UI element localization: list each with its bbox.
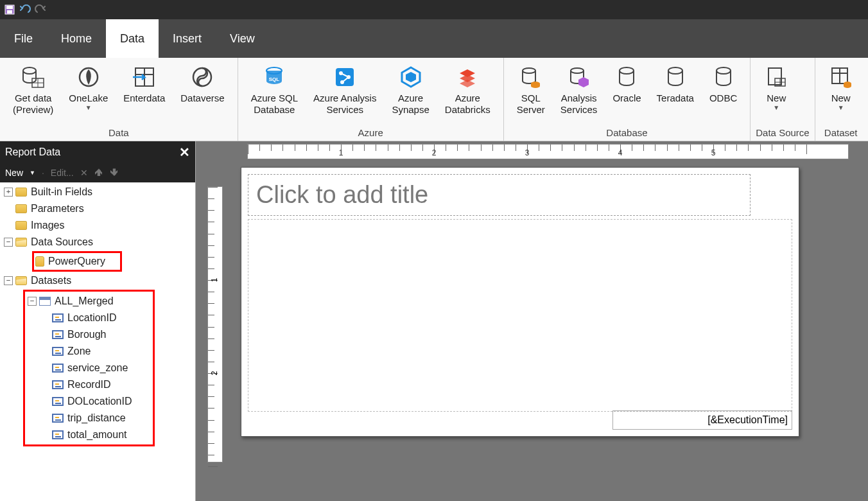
odbc-button[interactable]: ODBC: [702, 60, 745, 104]
tree-builtin-fields[interactable]: Built-in Fields: [31, 186, 92, 198]
azure-analysis-icon: [332, 64, 358, 90]
analysis-services-button[interactable]: Analysis Services: [553, 60, 605, 116]
chevron-down-icon: ▼: [30, 170, 35, 176]
database-icon: [663, 64, 688, 90]
tab-insert[interactable]: Insert: [159, 19, 216, 58]
azure-databricks-button[interactable]: Azure Databricks: [437, 60, 498, 116]
svg-rect-2: [7, 10, 12, 13]
new-dataset-icon: [828, 64, 854, 90]
new-datasource-icon: [763, 64, 789, 90]
ribbon-group-data-label: Data: [5, 126, 232, 141]
quick-access-toolbar: [0, 0, 868, 19]
azure-synapse-button[interactable]: Azure Synapse: [384, 60, 437, 116]
tab-file[interactable]: File: [0, 19, 47, 58]
close-panel-button[interactable]: ✕: [179, 145, 190, 160]
tree-field[interactable]: DOLocationID: [67, 396, 132, 407]
tree-powerquery[interactable]: PowerQuery: [48, 256, 105, 267]
chevron-down-icon: ▼: [838, 104, 844, 111]
ribbon: Get data (Preview) OneLake▼ Enterdata Da…: [0, 58, 868, 141]
azure-sql-button[interactable]: SQLAzure SQL Database: [243, 60, 306, 116]
svg-point-25: [716, 67, 731, 74]
report-title-placeholder[interactable]: Click to add title: [248, 174, 751, 216]
expand-toggle[interactable]: −: [28, 297, 37, 306]
tree-field[interactable]: total_amount: [67, 429, 127, 441]
tree-dataset-allmerged[interactable]: ALL_Merged: [55, 295, 114, 307]
svg-point-19: [523, 68, 535, 73]
tab-data[interactable]: Data: [106, 19, 159, 58]
teradata-button[interactable]: Teradata: [649, 60, 702, 104]
expand-toggle[interactable]: −: [4, 238, 13, 247]
field-icon: [52, 430, 64, 439]
horizontal-ruler[interactable]: 12345: [247, 144, 849, 159]
dataverse-icon: [189, 64, 215, 90]
field-icon: [52, 347, 64, 356]
svg-marker-22: [578, 77, 589, 87]
azure-analysis-button[interactable]: Azure Analysis Services: [306, 60, 384, 116]
redo-button[interactable]: [35, 4, 46, 15]
field-icon: [52, 330, 64, 339]
analysis-services-icon: [566, 64, 592, 90]
expand-toggle[interactable]: −: [4, 276, 13, 285]
new-dataset-button[interactable]: New▼: [820, 60, 862, 111]
get-data-button[interactable]: Get data (Preview): [5, 60, 61, 116]
azure-databricks-icon: [455, 64, 480, 90]
database-icon: [614, 64, 639, 90]
panel-edit-button[interactable]: Edit...: [51, 168, 74, 178]
svg-rect-1: [6, 6, 13, 9]
design-canvas-area: 12345 12 Click to add title [&ExecutionT…: [196, 141, 868, 501]
chevron-down-icon: ▼: [85, 104, 92, 111]
move-down-icon[interactable]: 🡻: [110, 168, 119, 178]
svg-text:SQL: SQL: [269, 76, 280, 82]
tree-datasources[interactable]: Data Sources: [31, 236, 93, 248]
ribbon-group-datasource-label: Data Source: [756, 126, 809, 141]
tree-field[interactable]: RecordID: [67, 379, 111, 391]
field-icon: [52, 414, 64, 423]
folder-icon: [15, 221, 27, 230]
undo-button[interactable]: [19, 4, 31, 15]
tree-field[interactable]: LocationID: [67, 312, 117, 324]
svg-point-24: [668, 67, 682, 74]
enter-data-icon: [132, 64, 157, 90]
onelake-button[interactable]: OneLake▼: [61, 60, 116, 111]
report-page[interactable]: Click to add title [&ExecutionTime]: [241, 167, 799, 437]
tab-view[interactable]: View: [216, 19, 269, 58]
sql-server-button[interactable]: SQL Server: [509, 60, 553, 116]
field-icon: [52, 380, 64, 389]
svg-point-21: [571, 68, 584, 73]
field-icon: [52, 397, 64, 406]
field-icon: [52, 313, 64, 322]
tab-home[interactable]: Home: [47, 19, 106, 58]
svg-rect-13: [336, 68, 354, 86]
new-datasource-button[interactable]: New▼: [756, 60, 797, 111]
expand-toggle[interactable]: +: [4, 188, 13, 197]
tree-field[interactable]: Zone: [67, 346, 91, 357]
dataverse-button[interactable]: Dataverse: [173, 60, 232, 104]
report-footer-executiontime[interactable]: [&ExecutionTime]: [612, 410, 792, 430]
tree-images[interactable]: Images: [31, 220, 64, 231]
svg-marker-18: [406, 72, 416, 82]
database-icon: [711, 64, 736, 90]
folder-open-icon: [15, 238, 27, 247]
database-grid-icon: [21, 64, 46, 90]
field-icon: [52, 364, 64, 373]
datasource-icon: [35, 256, 44, 267]
folder-icon: [15, 188, 27, 197]
vertical-ruler[interactable]: 12: [207, 186, 223, 462]
oracle-button[interactable]: Oracle: [605, 60, 648, 104]
dataset-icon: [39, 297, 51, 306]
tree-field[interactable]: service_zone: [67, 362, 128, 374]
panel-new-button[interactable]: New: [5, 168, 23, 178]
folder-icon: [15, 204, 27, 213]
tree-field[interactable]: Borough: [67, 329, 107, 340]
enter-data-button[interactable]: Enterdata: [116, 60, 173, 104]
delete-icon[interactable]: ✕: [80, 168, 88, 178]
tree-datasets[interactable]: Datasets: [31, 275, 71, 286]
report-data-tree[interactable]: +Built-in Fields Parameters Images −Data…: [0, 182, 195, 501]
save-button[interactable]: [4, 4, 15, 15]
tree-parameters[interactable]: Parameters: [31, 203, 84, 215]
report-body-area[interactable]: [248, 219, 792, 412]
report-data-panel: Report Data ✕ New ▼ · Edit... ✕ 🡹 🡻 +Bui…: [0, 141, 196, 501]
menu-bar: File Home Data Insert View: [0, 19, 868, 58]
move-up-icon[interactable]: 🡹: [94, 168, 103, 178]
tree-field[interactable]: trip_distance: [67, 412, 126, 424]
